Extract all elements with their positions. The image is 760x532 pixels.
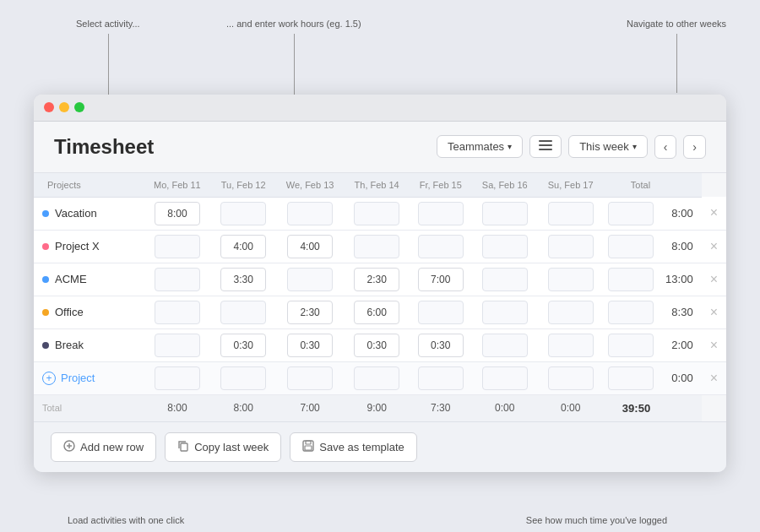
time-input[interactable] <box>418 202 464 225</box>
hour-cell[interactable] <box>472 230 538 263</box>
hour-cell[interactable] <box>538 197 604 230</box>
time-input[interactable] <box>287 202 333 225</box>
hour-cell[interactable] <box>538 296 604 328</box>
time-input[interactable] <box>155 334 200 357</box>
hour-cell[interactable] <box>211 328 276 361</box>
this-week-button[interactable]: This week ▾ <box>568 135 648 158</box>
time-input[interactable] <box>608 268 654 291</box>
delete-row-button[interactable]: × <box>702 328 726 361</box>
time-input[interactable] <box>354 235 399 258</box>
hour-cell[interactable] <box>144 296 211 328</box>
maximize-button[interactable] <box>74 102 84 112</box>
hour-cell[interactable] <box>144 230 211 263</box>
hour-cell[interactable] <box>276 197 345 230</box>
hour-cell[interactable] <box>211 296 276 328</box>
time-input[interactable] <box>220 235 266 258</box>
time-input[interactable] <box>220 334 266 357</box>
add-row-time-input[interactable] <box>418 366 464 390</box>
hour-cell[interactable] <box>472 328 538 361</box>
time-input[interactable] <box>608 235 654 258</box>
hour-cell[interactable] <box>144 328 211 361</box>
add-row-time-input[interactable] <box>608 366 654 390</box>
hour-cell[interactable] <box>345 328 410 361</box>
time-input[interactable] <box>418 235 464 258</box>
time-input[interactable] <box>354 334 399 357</box>
add-row-time-input[interactable] <box>287 366 333 390</box>
hour-cell[interactable] <box>604 197 660 230</box>
delete-row-button[interactable]: × <box>702 263 726 296</box>
hour-cell[interactable] <box>211 230 276 263</box>
hour-cell[interactable] <box>538 328 604 361</box>
hour-cell[interactable] <box>472 296 538 328</box>
hour-cell[interactable] <box>144 263 211 296</box>
time-input[interactable] <box>354 202 399 225</box>
hour-cell[interactable] <box>345 230 410 263</box>
time-input[interactable] <box>548 202 594 225</box>
copy-last-week-button[interactable]: Copy last week <box>165 432 281 462</box>
time-input[interactable] <box>608 334 654 357</box>
time-input[interactable] <box>220 202 266 225</box>
add-row-time-input[interactable] <box>548 366 594 390</box>
delete-row-button[interactable]: × <box>702 230 726 263</box>
hour-cell[interactable] <box>604 263 660 296</box>
time-input[interactable] <box>482 301 528 324</box>
hour-cell[interactable] <box>144 197 211 230</box>
time-input[interactable] <box>287 301 333 324</box>
save-as-template-button[interactable]: Save as template <box>290 432 416 462</box>
time-input[interactable] <box>548 334 594 357</box>
time-input[interactable] <box>418 301 464 324</box>
hour-cell[interactable] <box>538 230 604 263</box>
hour-cell[interactable] <box>410 230 472 263</box>
time-input[interactable] <box>220 301 266 324</box>
hour-cell[interactable] <box>276 263 345 296</box>
time-input[interactable] <box>287 268 333 291</box>
time-input[interactable] <box>287 334 333 357</box>
hour-cell[interactable] <box>472 197 538 230</box>
time-input[interactable] <box>155 202 200 225</box>
hour-cell[interactable] <box>410 296 472 328</box>
time-input[interactable] <box>155 268 200 291</box>
hour-cell[interactable] <box>345 197 410 230</box>
time-input[interactable] <box>155 301 200 324</box>
time-input[interactable] <box>354 268 399 291</box>
next-week-button[interactable]: › <box>683 135 706 159</box>
time-input[interactable] <box>482 334 528 357</box>
hour-cell[interactable] <box>604 296 660 328</box>
add-row-delete[interactable]: × <box>702 361 726 394</box>
prev-week-button[interactable]: ‹ <box>654 135 677 159</box>
hour-cell[interactable] <box>472 263 538 296</box>
add-row-time-input[interactable] <box>354 366 399 390</box>
time-input[interactable] <box>155 235 200 258</box>
time-input[interactable] <box>287 235 333 258</box>
list-view-button[interactable] <box>529 135 562 158</box>
hour-cell[interactable] <box>410 263 472 296</box>
time-input[interactable] <box>482 235 528 258</box>
hour-cell[interactable] <box>604 230 660 263</box>
time-input[interactable] <box>608 202 654 225</box>
minimize-button[interactable] <box>59 102 69 112</box>
hour-cell[interactable] <box>211 197 276 230</box>
add-row-time-input[interactable] <box>220 366 266 390</box>
hour-cell[interactable] <box>276 230 345 263</box>
delete-row-button[interactable]: × <box>702 296 726 328</box>
time-input[interactable] <box>418 334 464 357</box>
hour-cell[interactable] <box>538 263 604 296</box>
time-input[interactable] <box>608 301 654 324</box>
time-input[interactable] <box>482 268 528 291</box>
close-button[interactable] <box>44 102 54 112</box>
hour-cell[interactable] <box>345 263 410 296</box>
add-row-time-input[interactable] <box>155 366 200 390</box>
hour-cell[interactable] <box>276 328 345 361</box>
time-input[interactable] <box>548 235 594 258</box>
add-new-row-button[interactable]: Add new row <box>51 432 156 462</box>
time-input[interactable] <box>418 268 464 291</box>
hour-cell[interactable] <box>345 296 410 328</box>
hour-cell[interactable] <box>604 328 660 361</box>
add-row-time-input[interactable] <box>482 366 528 390</box>
time-input[interactable] <box>548 268 594 291</box>
teammates-button[interactable]: Teammates ▾ <box>437 135 523 158</box>
hour-cell[interactable] <box>276 296 345 328</box>
add-project-cell[interactable]: + Project <box>34 361 144 394</box>
hour-cell[interactable] <box>410 328 472 361</box>
hour-cell[interactable] <box>410 197 472 230</box>
